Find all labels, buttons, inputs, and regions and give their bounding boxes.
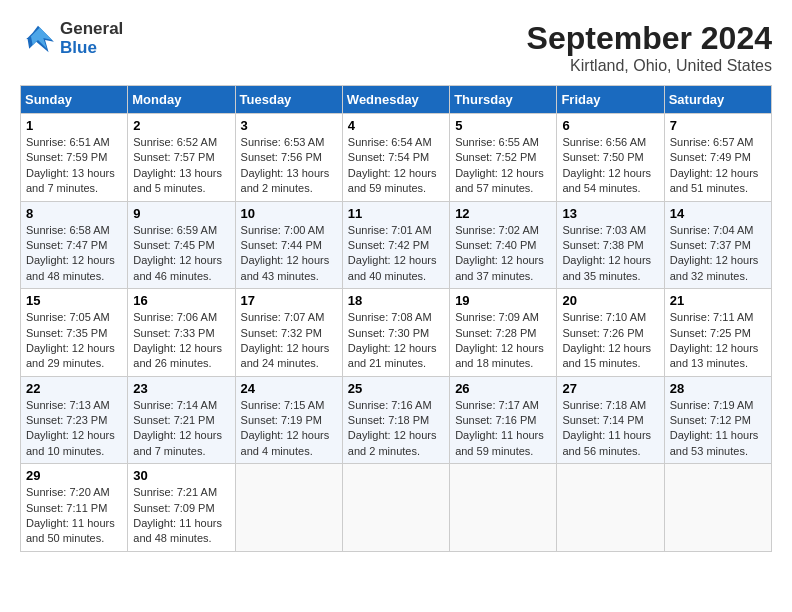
- day-number: 25: [348, 381, 444, 396]
- day-info: Sunrise: 7:14 AMSunset: 7:21 PMDaylight:…: [133, 398, 229, 460]
- daylight-text: Daylight: 12 hours and 29 minutes.: [26, 342, 115, 369]
- sunrise-text: Sunrise: 7:16 AM: [348, 399, 432, 411]
- day-number: 6: [562, 118, 658, 133]
- day-number: 30: [133, 468, 229, 483]
- calendar-cell: 11Sunrise: 7:01 AMSunset: 7:42 PMDayligh…: [342, 201, 449, 289]
- calendar-cell: 7Sunrise: 6:57 AMSunset: 7:49 PMDaylight…: [664, 114, 771, 202]
- calendar-week-row: 15Sunrise: 7:05 AMSunset: 7:35 PMDayligh…: [21, 289, 772, 377]
- logo-bird-icon: [20, 24, 56, 54]
- day-info: Sunrise: 7:16 AMSunset: 7:18 PMDaylight:…: [348, 398, 444, 460]
- calendar-cell: 4Sunrise: 6:54 AMSunset: 7:54 PMDaylight…: [342, 114, 449, 202]
- sunset-text: Sunset: 7:32 PM: [241, 327, 322, 339]
- daylight-text: Daylight: 12 hours and 40 minutes.: [348, 254, 437, 281]
- sunrise-text: Sunrise: 7:02 AM: [455, 224, 539, 236]
- day-info: Sunrise: 7:19 AMSunset: 7:12 PMDaylight:…: [670, 398, 766, 460]
- calendar-cell: [557, 464, 664, 552]
- calendar-cell: 28Sunrise: 7:19 AMSunset: 7:12 PMDayligh…: [664, 376, 771, 464]
- sunset-text: Sunset: 7:30 PM: [348, 327, 429, 339]
- sunrise-text: Sunrise: 6:56 AM: [562, 136, 646, 148]
- daylight-text: Daylight: 13 hours and 7 minutes.: [26, 167, 115, 194]
- sunrise-text: Sunrise: 7:21 AM: [133, 486, 217, 498]
- day-number: 16: [133, 293, 229, 308]
- calendar-header-monday: Monday: [128, 86, 235, 114]
- sunset-text: Sunset: 7:54 PM: [348, 151, 429, 163]
- sunrise-text: Sunrise: 7:01 AM: [348, 224, 432, 236]
- day-info: Sunrise: 6:53 AMSunset: 7:56 PMDaylight:…: [241, 135, 337, 197]
- calendar-cell: 13Sunrise: 7:03 AMSunset: 7:38 PMDayligh…: [557, 201, 664, 289]
- calendar-week-row: 29Sunrise: 7:20 AMSunset: 7:11 PMDayligh…: [21, 464, 772, 552]
- sunrise-text: Sunrise: 7:20 AM: [26, 486, 110, 498]
- day-info: Sunrise: 6:55 AMSunset: 7:52 PMDaylight:…: [455, 135, 551, 197]
- sunrise-text: Sunrise: 7:14 AM: [133, 399, 217, 411]
- day-number: 23: [133, 381, 229, 396]
- sunrise-text: Sunrise: 7:15 AM: [241, 399, 325, 411]
- day-info: Sunrise: 7:02 AMSunset: 7:40 PMDaylight:…: [455, 223, 551, 285]
- calendar-cell: 16Sunrise: 7:06 AMSunset: 7:33 PMDayligh…: [128, 289, 235, 377]
- sunrise-text: Sunrise: 7:09 AM: [455, 311, 539, 323]
- sunrise-text: Sunrise: 7:17 AM: [455, 399, 539, 411]
- logo: General Blue: [20, 20, 123, 57]
- day-number: 29: [26, 468, 122, 483]
- daylight-text: Daylight: 12 hours and 37 minutes.: [455, 254, 544, 281]
- sunset-text: Sunset: 7:42 PM: [348, 239, 429, 251]
- day-info: Sunrise: 6:54 AMSunset: 7:54 PMDaylight:…: [348, 135, 444, 197]
- sunrise-text: Sunrise: 6:52 AM: [133, 136, 217, 148]
- day-info: Sunrise: 7:15 AMSunset: 7:19 PMDaylight:…: [241, 398, 337, 460]
- calendar-cell: 19Sunrise: 7:09 AMSunset: 7:28 PMDayligh…: [450, 289, 557, 377]
- day-number: 11: [348, 206, 444, 221]
- day-number: 28: [670, 381, 766, 396]
- sunrise-text: Sunrise: 7:18 AM: [562, 399, 646, 411]
- calendar-header-row: SundayMondayTuesdayWednesdayThursdayFrid…: [21, 86, 772, 114]
- day-number: 22: [26, 381, 122, 396]
- calendar-header-sunday: Sunday: [21, 86, 128, 114]
- sunset-text: Sunset: 7:50 PM: [562, 151, 643, 163]
- calendar-header-wednesday: Wednesday: [342, 86, 449, 114]
- daylight-text: Daylight: 12 hours and 21 minutes.: [348, 342, 437, 369]
- daylight-text: Daylight: 11 hours and 50 minutes.: [26, 517, 115, 544]
- day-info: Sunrise: 7:03 AMSunset: 7:38 PMDaylight:…: [562, 223, 658, 285]
- calendar-cell: 18Sunrise: 7:08 AMSunset: 7:30 PMDayligh…: [342, 289, 449, 377]
- sunset-text: Sunset: 7:21 PM: [133, 414, 214, 426]
- calendar-cell: 9Sunrise: 6:59 AMSunset: 7:45 PMDaylight…: [128, 201, 235, 289]
- calendar-header-tuesday: Tuesday: [235, 86, 342, 114]
- title-block: September 2024 Kirtland, Ohio, United St…: [527, 20, 772, 75]
- daylight-text: Daylight: 13 hours and 5 minutes.: [133, 167, 222, 194]
- daylight-text: Daylight: 12 hours and 51 minutes.: [670, 167, 759, 194]
- sunrise-text: Sunrise: 7:03 AM: [562, 224, 646, 236]
- sunrise-text: Sunrise: 7:04 AM: [670, 224, 754, 236]
- daylight-text: Daylight: 12 hours and 59 minutes.: [348, 167, 437, 194]
- calendar-cell: 22Sunrise: 7:13 AMSunset: 7:23 PMDayligh…: [21, 376, 128, 464]
- calendar-cell: [235, 464, 342, 552]
- logo-line1: General: [60, 20, 123, 39]
- daylight-text: Daylight: 12 hours and 15 minutes.: [562, 342, 651, 369]
- sunrise-text: Sunrise: 7:08 AM: [348, 311, 432, 323]
- calendar-cell: 2Sunrise: 6:52 AMSunset: 7:57 PMDaylight…: [128, 114, 235, 202]
- sunset-text: Sunset: 7:25 PM: [670, 327, 751, 339]
- calendar-cell: 8Sunrise: 6:58 AMSunset: 7:47 PMDaylight…: [21, 201, 128, 289]
- day-number: 10: [241, 206, 337, 221]
- daylight-text: Daylight: 12 hours and 48 minutes.: [26, 254, 115, 281]
- day-number: 26: [455, 381, 551, 396]
- sunrise-text: Sunrise: 6:58 AM: [26, 224, 110, 236]
- calendar-table: SundayMondayTuesdayWednesdayThursdayFrid…: [20, 85, 772, 552]
- day-number: 4: [348, 118, 444, 133]
- day-info: Sunrise: 7:09 AMSunset: 7:28 PMDaylight:…: [455, 310, 551, 372]
- day-info: Sunrise: 7:10 AMSunset: 7:26 PMDaylight:…: [562, 310, 658, 372]
- calendar-cell: 1Sunrise: 6:51 AMSunset: 7:59 PMDaylight…: [21, 114, 128, 202]
- daylight-text: Daylight: 11 hours and 56 minutes.: [562, 429, 651, 456]
- day-info: Sunrise: 7:20 AMSunset: 7:11 PMDaylight:…: [26, 485, 122, 547]
- day-number: 20: [562, 293, 658, 308]
- day-info: Sunrise: 6:59 AMSunset: 7:45 PMDaylight:…: [133, 223, 229, 285]
- day-info: Sunrise: 6:56 AMSunset: 7:50 PMDaylight:…: [562, 135, 658, 197]
- calendar-cell: 24Sunrise: 7:15 AMSunset: 7:19 PMDayligh…: [235, 376, 342, 464]
- day-number: 1: [26, 118, 122, 133]
- daylight-text: Daylight: 12 hours and 26 minutes.: [133, 342, 222, 369]
- sunset-text: Sunset: 7:18 PM: [348, 414, 429, 426]
- sunrise-text: Sunrise: 7:13 AM: [26, 399, 110, 411]
- sunset-text: Sunset: 7:28 PM: [455, 327, 536, 339]
- day-number: 18: [348, 293, 444, 308]
- day-info: Sunrise: 7:00 AMSunset: 7:44 PMDaylight:…: [241, 223, 337, 285]
- day-info: Sunrise: 6:57 AMSunset: 7:49 PMDaylight:…: [670, 135, 766, 197]
- calendar-header-friday: Friday: [557, 86, 664, 114]
- day-info: Sunrise: 7:08 AMSunset: 7:30 PMDaylight:…: [348, 310, 444, 372]
